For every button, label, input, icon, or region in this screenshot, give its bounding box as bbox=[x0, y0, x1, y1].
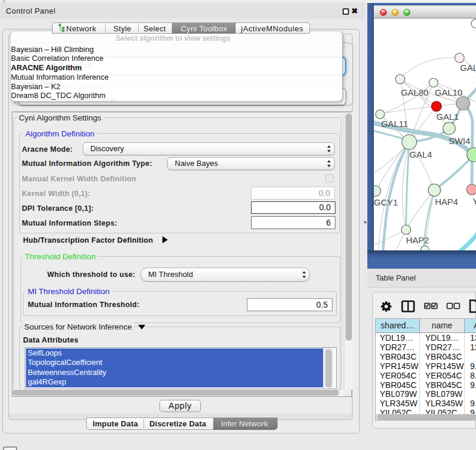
svg-text:GAL7: GAL7 bbox=[460, 63, 476, 73]
svg-text:HAP2: HAP2 bbox=[406, 235, 429, 245]
svg-text:GAL10: GAL10 bbox=[435, 87, 462, 97]
svg-text:GAL80: GAL80 bbox=[401, 87, 429, 97]
svg-text:Y: Y bbox=[472, 196, 476, 206]
svg-text:GAL4: GAL4 bbox=[409, 149, 432, 159]
svg-text:GAL11: GAL11 bbox=[381, 119, 408, 129]
svg-text:SWI4: SWI4 bbox=[449, 136, 471, 146]
svg-text:HAP4: HAP4 bbox=[435, 197, 458, 207]
svg-text:GAL1: GAL1 bbox=[436, 112, 459, 122]
svg-text:GCY1: GCY1 bbox=[374, 197, 398, 207]
